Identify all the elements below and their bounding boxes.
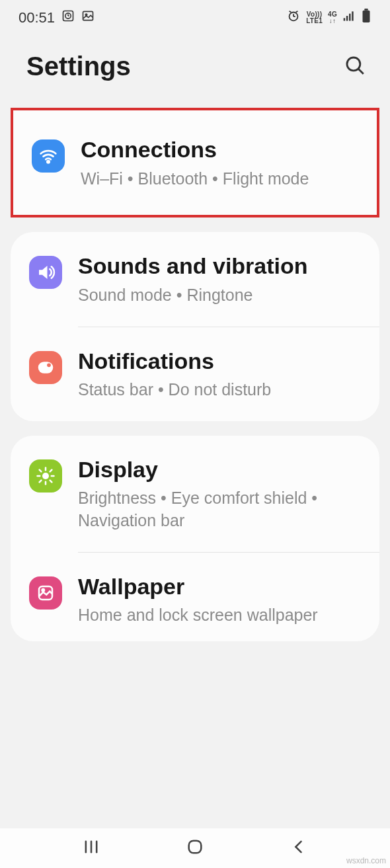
status-time: 00:51	[19, 9, 55, 26]
status-right: Vo))) LTE1 4G ↓↑	[286, 9, 371, 27]
svg-point-21	[47, 363, 51, 367]
settings-item-display[interactable]: Display Brightness • Eye comfort shield …	[11, 436, 379, 552]
battery-icon	[361, 9, 371, 27]
image-app-icon	[81, 9, 95, 26]
alarm-icon	[286, 9, 301, 27]
sound-icon	[29, 256, 62, 289]
svg-rect-13	[349, 14, 351, 21]
svg-point-22	[42, 473, 49, 479]
svg-line-27	[40, 469, 42, 471]
item-subtitle: Brightness • Eye comfort shield • Naviga…	[78, 487, 360, 532]
home-button[interactable]	[186, 838, 204, 859]
settings-item-wallpaper[interactable]: Wallpaper Home and lock screen wallpaper	[11, 553, 379, 641]
clock-app-icon	[61, 9, 75, 26]
svg-rect-36	[189, 841, 202, 853]
page-title: Settings	[26, 52, 131, 81]
svg-line-29	[40, 480, 42, 482]
item-title: Notifications	[78, 347, 360, 375]
back-button[interactable]	[290, 838, 308, 859]
settings-card-sound-notifications: Sounds and vibration Sound mode • Ringto…	[11, 232, 379, 421]
svg-rect-14	[352, 11, 354, 20]
volte-indicator: Vo))) LTE1	[306, 11, 323, 24]
svg-rect-11	[344, 18, 346, 20]
item-text: Connections Wi–Fi • Bluetooth • Flight m…	[81, 136, 357, 190]
svg-line-28	[50, 480, 52, 482]
svg-line-30	[50, 469, 52, 471]
status-bar: 00:51 Vo))) LTE1 4G ↓↑	[0, 0, 390, 32]
svg-rect-20	[38, 362, 54, 374]
svg-line-10	[296, 11, 298, 13]
network-indicator: 4G ↓↑	[328, 11, 337, 24]
item-subtitle: Sound mode • Ringtone	[78, 284, 360, 307]
display-icon	[29, 459, 62, 493]
svg-point-19	[47, 161, 49, 163]
svg-rect-15	[364, 9, 368, 11]
item-title: Connections	[81, 136, 357, 164]
item-title: Display	[78, 455, 360, 484]
watermark: wsxdn.com	[346, 856, 386, 865]
signal-icon	[342, 9, 356, 26]
item-subtitle: Status bar • Do not disturb	[78, 379, 360, 401]
status-left: 00:51	[19, 9, 95, 26]
search-icon	[344, 54, 366, 77]
wallpaper-icon	[29, 576, 62, 610]
svg-point-17	[347, 57, 360, 70]
item-title: Wallpaper	[78, 572, 360, 601]
item-subtitle: Wi–Fi • Bluetooth • Flight mode	[81, 168, 357, 190]
recents-button[interactable]	[82, 838, 100, 859]
svg-line-18	[358, 68, 364, 73]
settings-item-notifications[interactable]: Notifications Status bar • Do not distur…	[11, 327, 379, 421]
header: Settings	[0, 32, 390, 108]
settings-item-sounds[interactable]: Sounds and vibration Sound mode • Ringto…	[11, 232, 379, 326]
notifications-icon	[29, 351, 62, 384]
settings-card-display-wallpaper: Display Brightness • Eye comfort shield …	[11, 436, 379, 641]
svg-line-9	[290, 11, 292, 13]
item-text: Wallpaper Home and lock screen wallpaper	[78, 572, 360, 627]
settings-item-connections[interactable]: Connections Wi–Fi • Bluetooth • Flight m…	[11, 108, 379, 217]
svg-rect-12	[346, 16, 348, 21]
data-arrows-icon: ↓↑	[329, 18, 336, 24]
item-text: Sounds and vibration Sound mode • Ringto…	[78, 252, 360, 306]
item-text: Display Brightness • Eye comfort shield …	[78, 455, 360, 532]
svg-point-32	[42, 589, 45, 592]
search-button[interactable]	[344, 54, 366, 79]
wifi-icon	[32, 139, 65, 173]
navigation-bar	[0, 828, 390, 868]
svg-rect-16	[363, 11, 370, 22]
item-title: Sounds and vibration	[78, 252, 360, 280]
item-text: Notifications Status bar • Do not distur…	[78, 347, 360, 401]
item-subtitle: Home and lock screen wallpaper	[78, 604, 360, 627]
